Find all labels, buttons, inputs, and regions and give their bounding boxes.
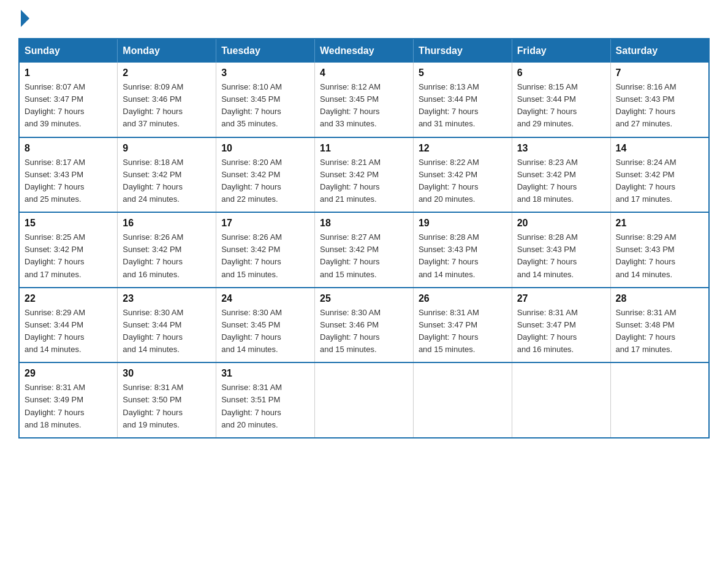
day-info: Sunrise: 8:21 AMSunset: 3:42 PMDaylight:…: [320, 156, 408, 206]
calendar-day-cell: 14Sunrise: 8:24 AMSunset: 3:42 PMDayligh…: [610, 137, 709, 213]
day-info: Sunrise: 8:15 AMSunset: 3:44 PMDaylight:…: [517, 81, 605, 131]
day-info: Sunrise: 8:22 AMSunset: 3:42 PMDaylight:…: [419, 156, 507, 206]
day-number: 2: [123, 67, 211, 79]
day-info: Sunrise: 8:31 AMSunset: 3:47 PMDaylight:…: [419, 307, 507, 356]
day-number: 8: [25, 143, 112, 154]
calendar-table: SundayMondayTuesdayWednesdayThursdayFrid…: [18, 38, 710, 439]
day-info: Sunrise: 8:09 AMSunset: 3:46 PMDaylight:…: [123, 81, 211, 131]
calendar-day-cell: 24Sunrise: 8:30 AMSunset: 3:45 PMDayligh…: [216, 288, 315, 363]
day-number: 25: [320, 293, 408, 304]
logo-arrow-icon: [21, 10, 29, 27]
page-header: [18, 12, 710, 27]
day-number: 17: [221, 218, 309, 229]
calendar-day-cell: 17Sunrise: 8:26 AMSunset: 3:42 PMDayligh…: [216, 212, 315, 288]
calendar-day-cell: 29Sunrise: 8:31 AMSunset: 3:49 PMDayligh…: [19, 362, 118, 438]
day-number: 28: [616, 293, 703, 304]
day-number: 14: [616, 143, 703, 154]
day-number: 15: [25, 218, 112, 229]
day-info: Sunrise: 8:28 AMSunset: 3:43 PMDaylight:…: [419, 231, 507, 281]
day-number: 7: [616, 67, 703, 79]
calendar-day-cell: 10Sunrise: 8:20 AMSunset: 3:42 PMDayligh…: [216, 137, 315, 213]
calendar-day-cell: 25Sunrise: 8:30 AMSunset: 3:46 PMDayligh…: [315, 288, 414, 363]
day-info: Sunrise: 8:20 AMSunset: 3:42 PMDaylight:…: [221, 156, 309, 206]
day-info: Sunrise: 8:13 AMSunset: 3:44 PMDaylight:…: [419, 81, 507, 131]
day-of-week-header: Tuesday: [216, 39, 315, 63]
day-info: Sunrise: 8:18 AMSunset: 3:42 PMDaylight:…: [123, 156, 211, 206]
calendar-day-cell: 15Sunrise: 8:25 AMSunset: 3:42 PMDayligh…: [19, 212, 118, 288]
calendar-day-cell: 5Sunrise: 8:13 AMSunset: 3:44 PMDaylight…: [413, 63, 512, 137]
day-number: 11: [320, 143, 408, 154]
calendar-day-cell: 28Sunrise: 8:31 AMSunset: 3:48 PMDayligh…: [610, 288, 709, 363]
logo: [18, 12, 29, 27]
day-of-week-header: Sunday: [19, 39, 118, 63]
calendar-week-row: 8Sunrise: 8:17 AMSunset: 3:43 PMDaylight…: [19, 137, 709, 213]
day-number: 10: [221, 143, 309, 154]
day-number: 22: [25, 293, 112, 304]
day-number: 31: [221, 368, 309, 379]
day-of-week-header: Monday: [118, 39, 216, 63]
calendar-day-cell: 3Sunrise: 8:10 AMSunset: 3:45 PMDaylight…: [216, 63, 315, 137]
day-info: Sunrise: 8:24 AMSunset: 3:42 PMDaylight:…: [616, 156, 703, 206]
day-number: 1: [25, 67, 112, 79]
day-of-week-header: Saturday: [610, 39, 709, 63]
day-number: 4: [320, 67, 408, 79]
calendar-day-cell: 8Sunrise: 8:17 AMSunset: 3:43 PMDaylight…: [19, 137, 118, 213]
day-number: 26: [419, 293, 507, 304]
calendar-day-cell: 22Sunrise: 8:29 AMSunset: 3:44 PMDayligh…: [19, 288, 118, 363]
day-info: Sunrise: 8:26 AMSunset: 3:42 PMDaylight:…: [221, 231, 309, 281]
day-info: Sunrise: 8:07 AMSunset: 3:47 PMDaylight:…: [25, 81, 112, 131]
calendar-day-cell: 13Sunrise: 8:23 AMSunset: 3:42 PMDayligh…: [512, 137, 610, 213]
day-number: 18: [320, 218, 408, 229]
calendar-day-cell: [512, 362, 610, 438]
calendar-day-cell: 31Sunrise: 8:31 AMSunset: 3:51 PMDayligh…: [216, 362, 315, 438]
calendar-day-cell: 2Sunrise: 8:09 AMSunset: 3:46 PMDaylight…: [118, 63, 216, 137]
day-number: 5: [419, 67, 507, 79]
calendar-week-row: 22Sunrise: 8:29 AMSunset: 3:44 PMDayligh…: [19, 288, 709, 363]
day-info: Sunrise: 8:30 AMSunset: 3:46 PMDaylight:…: [320, 307, 408, 356]
day-info: Sunrise: 8:29 AMSunset: 3:44 PMDaylight:…: [25, 307, 112, 356]
calendar-day-cell: 11Sunrise: 8:21 AMSunset: 3:42 PMDayligh…: [315, 137, 414, 213]
day-info: Sunrise: 8:12 AMSunset: 3:45 PMDaylight:…: [320, 81, 408, 131]
calendar-day-cell: 20Sunrise: 8:28 AMSunset: 3:43 PMDayligh…: [512, 212, 610, 288]
calendar-day-cell: [610, 362, 709, 438]
day-number: 20: [517, 218, 605, 229]
calendar-day-cell: 27Sunrise: 8:31 AMSunset: 3:47 PMDayligh…: [512, 288, 610, 363]
calendar-header-row: SundayMondayTuesdayWednesdayThursdayFrid…: [19, 39, 709, 63]
calendar-day-cell: 21Sunrise: 8:29 AMSunset: 3:43 PMDayligh…: [610, 212, 709, 288]
calendar-day-cell: 16Sunrise: 8:26 AMSunset: 3:42 PMDayligh…: [118, 212, 216, 288]
day-number: 27: [517, 293, 605, 304]
calendar-day-cell: 19Sunrise: 8:28 AMSunset: 3:43 PMDayligh…: [413, 212, 512, 288]
day-of-week-header: Friday: [512, 39, 610, 63]
day-number: 16: [123, 218, 211, 229]
day-of-week-header: Wednesday: [315, 39, 414, 63]
calendar-day-cell: 9Sunrise: 8:18 AMSunset: 3:42 PMDaylight…: [118, 137, 216, 213]
day-info: Sunrise: 8:31 AMSunset: 3:47 PMDaylight:…: [517, 307, 605, 356]
calendar-day-cell: 1Sunrise: 8:07 AMSunset: 3:47 PMDaylight…: [19, 63, 118, 137]
calendar-week-row: 1Sunrise: 8:07 AMSunset: 3:47 PMDaylight…: [19, 63, 709, 137]
day-number: 30: [123, 368, 211, 379]
calendar-week-row: 29Sunrise: 8:31 AMSunset: 3:49 PMDayligh…: [19, 362, 709, 438]
day-info: Sunrise: 8:23 AMSunset: 3:42 PMDaylight:…: [517, 156, 605, 206]
day-info: Sunrise: 8:25 AMSunset: 3:42 PMDaylight:…: [25, 231, 112, 281]
calendar-day-cell: 4Sunrise: 8:12 AMSunset: 3:45 PMDaylight…: [315, 63, 414, 137]
day-number: 6: [517, 67, 605, 79]
day-number: 12: [419, 143, 507, 154]
day-info: Sunrise: 8:16 AMSunset: 3:43 PMDaylight:…: [616, 81, 703, 131]
day-info: Sunrise: 8:31 AMSunset: 3:48 PMDaylight:…: [616, 307, 703, 356]
day-number: 9: [123, 143, 211, 154]
day-number: 24: [221, 293, 309, 304]
day-number: 23: [123, 293, 211, 304]
calendar-day-cell: [315, 362, 414, 438]
calendar-day-cell: 30Sunrise: 8:31 AMSunset: 3:50 PMDayligh…: [118, 362, 216, 438]
day-info: Sunrise: 8:17 AMSunset: 3:43 PMDaylight:…: [25, 156, 112, 206]
calendar-day-cell: 18Sunrise: 8:27 AMSunset: 3:42 PMDayligh…: [315, 212, 414, 288]
day-number: 13: [517, 143, 605, 154]
calendar-day-cell: 23Sunrise: 8:30 AMSunset: 3:44 PMDayligh…: [118, 288, 216, 363]
day-info: Sunrise: 8:29 AMSunset: 3:43 PMDaylight:…: [616, 231, 703, 281]
day-info: Sunrise: 8:26 AMSunset: 3:42 PMDaylight:…: [123, 231, 211, 281]
day-info: Sunrise: 8:27 AMSunset: 3:42 PMDaylight:…: [320, 231, 408, 281]
day-info: Sunrise: 8:30 AMSunset: 3:45 PMDaylight:…: [221, 307, 309, 356]
calendar-day-cell: 26Sunrise: 8:31 AMSunset: 3:47 PMDayligh…: [413, 288, 512, 363]
calendar-day-cell: 7Sunrise: 8:16 AMSunset: 3:43 PMDaylight…: [610, 63, 709, 137]
calendar-day-cell: [413, 362, 512, 438]
